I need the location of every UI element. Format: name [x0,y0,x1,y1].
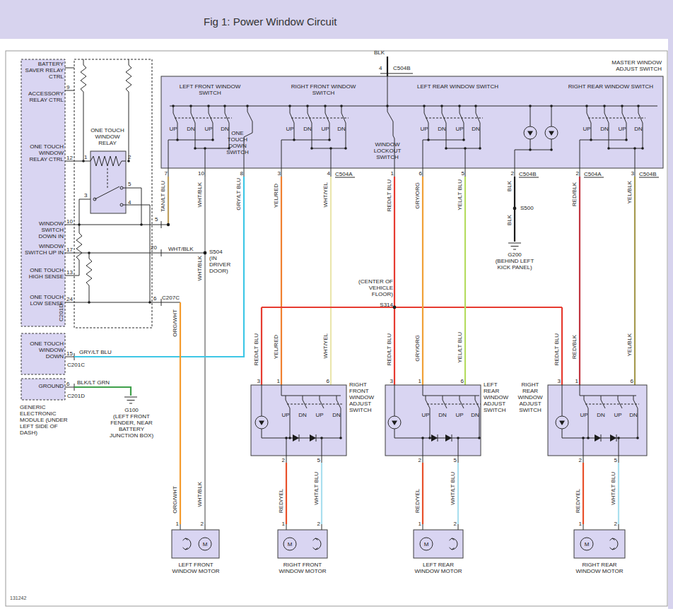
pin-number: 6 [458,378,464,384]
wire-label: WHT/YEL [322,333,329,359]
wire-label: GRY/LT BLU [235,178,242,211]
switch-label: LEFT REAR WINDOW ADJUST SWITCH [484,381,513,414]
wire-label: YEL/BLK [626,181,633,203]
pin-number: 3 [387,378,393,384]
pin-number: 1 [576,521,582,527]
pin-number: 12 [66,155,73,161]
splice-label: S500 [520,205,534,211]
wire-label: YEL/LT BLU [457,332,463,363]
up-label: UP [578,412,590,418]
dn-label: DN [469,412,481,418]
pin-number: 3 [627,170,634,177]
pin-number: 4 [128,199,131,206]
pin-number: 6 [153,295,156,302]
splice-location: (CENTER OF VEHICLE FLOOR) [352,278,393,297]
pin-number: 3 [555,378,561,384]
connector-label: C207C [162,295,185,301]
motor-label: RIGHT FRONT WINDOW MOTOR [274,562,331,574]
dn-label: DN [628,412,639,418]
splice-label: S504 [209,249,223,255]
pin-number: 2 [198,521,204,527]
pin-number: 2 [128,154,131,160]
pin-number: 1 [173,521,179,527]
pin-number: 5 [611,457,617,463]
pin-number: 2 [507,170,514,177]
wire-label: TAN/LT BLU [160,181,166,212]
gem-caption: GENERIC ELECTRONIC MODULE (UNDER LEFT SI… [20,404,69,437]
motor-label: RIGHT REAR WINDOW MOTOR [571,562,628,574]
pin-number: 5 [315,457,320,463]
connector-label: C201D [58,304,64,321]
pin-number: 10 [66,218,73,225]
connector-label: C504A [584,171,607,177]
up-label: UP [280,412,291,418]
up-label: UP [454,126,465,132]
wire-label: RED/BLK [571,335,578,359]
pin-number: 2 [315,521,320,527]
left-rear-adjust-switch [385,385,481,463]
ground-location: (LEFT FRONT FENDER, NEAR BATTERY JUNCTIO… [105,413,158,439]
pin-number: 6 [324,378,329,384]
connector-label: C504A [335,171,358,177]
wire-label: YEL/RED [273,184,279,208]
gem-pin-label: ONE TOUCH WINDOW DOWN [23,340,64,360]
up-label: UP [314,412,325,418]
one-touch-window-relay [90,151,126,213]
wire-label: BLK/LT GRN [77,379,111,386]
gem-pin-label: GROUND [23,383,64,389]
wire-label: BLK [368,49,385,56]
pin-number: 5 [128,181,131,187]
motor-label: LEFT FRONT WINDOW MOTOR [168,562,224,574]
switch-label: RIGHT FRONT WINDOW ADJUST SWITCH [349,381,382,414]
pin-number: 2 [611,521,617,527]
pin-number: 3 [84,192,87,199]
wire-label: RED/LT BLU [253,333,259,366]
diagram-number: 131242 [10,596,26,601]
wire-label: WHT/BLK [168,246,197,252]
wire-label: WHT/LT BLU [450,472,456,505]
wire-label: WHT/LT BLU [610,472,616,505]
wire-label: RED/LT BLU [554,333,560,366]
wire-label: RED/YEL [575,489,581,513]
pin-number: 1 [416,378,421,384]
wire-label: ORG/WHT [172,309,178,337]
dn-label: DN [470,126,481,132]
pin-number: 7 [160,170,168,177]
master-switch-label: MASTER WINDOW ADJUST SWITCH [598,59,662,72]
up-label: UP [320,126,331,132]
ground-label: G200 [496,251,533,258]
pin-number: 2 [451,521,457,527]
pin-number: 6 [415,170,422,177]
pin-number: 1 [274,378,280,384]
pin-number: 1 [279,521,285,527]
splice-s500 [513,207,517,211]
dn-label: DN [302,126,313,132]
wire-label: YEL/RED [273,335,279,359]
wire-label: YEL/BLK [626,333,633,356]
section-label: LEFT FRONT WINDOW SWITCH [168,83,252,96]
pin-number: 5 [451,457,457,463]
pin-number: 2 [572,170,579,177]
wire-label: BLK [506,181,513,191]
section-label: RIGHT FRONT WINDOW SWITCH [279,83,368,96]
dn-label: DN [595,412,607,418]
dn-label: DN [331,412,342,418]
gem-pin-label: ACCESSORY RELAY CTRL [23,90,64,103]
dn-label: DN [297,412,308,418]
dn-label: DN [219,126,230,132]
pin-number: 5 [155,216,158,223]
wire-label: WHT/YEL [322,182,329,208]
wire-label: GRY/LT BLU [79,349,113,355]
ground-location: (BEHIND LEFT KICK PANEL) [491,258,539,271]
wire-label: RED/LT BLU [386,333,392,366]
pin-number: 4 [323,170,330,177]
pin-number: 1 [573,378,578,384]
up-label: UP [168,126,179,132]
pin-number: 3 [254,378,260,384]
switch-label: RIGHT REAR WINDOW ADJUST SWITCH [515,381,546,414]
splice-label: S314 [352,302,393,308]
dn-label: DN [185,126,197,132]
section-label: LEFT REAR WINDOW SWITCH [414,83,502,90]
gem-pin-label: WINDOW SWITCH DOWN IN [23,220,64,239]
wire-label: RED/LT BLU [386,179,392,212]
